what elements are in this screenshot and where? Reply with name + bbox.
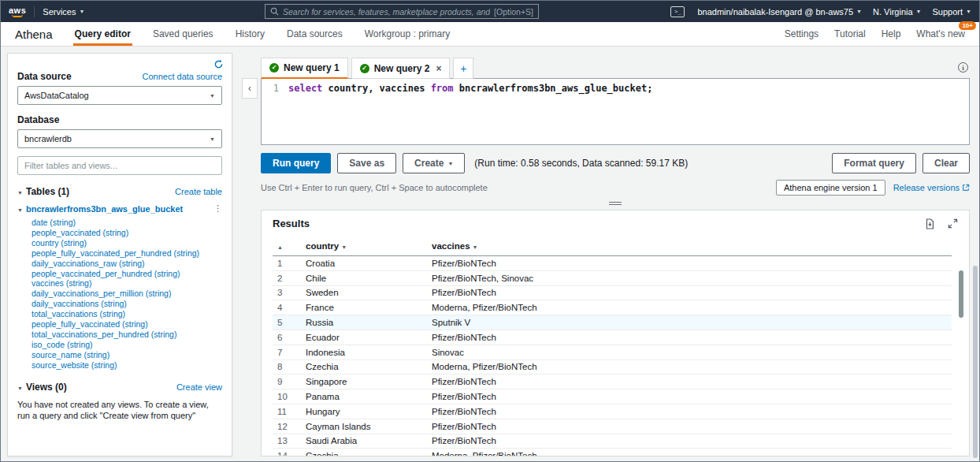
search-input[interactable] [283,7,490,17]
table-column-link[interactable]: daily_vaccinations_raw (string) [32,259,222,269]
vaccines-cell: Sputnik V [432,318,952,327]
table-options-icon[interactable]: ⋮ [213,203,222,214]
whats-new-link[interactable]: 10+ What's new [916,28,965,39]
country-cell: France [306,303,432,312]
global-search-bar[interactable]: [Option+S] [265,4,539,19]
table-column-link[interactable]: people_fully_vaccinated_per_hundred (str… [32,248,222,259]
result-row[interactable]: 1 Croatia Pfizer/BioNTech [273,256,952,271]
tutorial-link[interactable]: Tutorial [834,28,866,39]
app-nav-tab[interactable]: Query editor [73,22,132,46]
cloudshell-icon[interactable]: >_ [670,6,685,17]
settings-link[interactable]: Settings [785,28,819,39]
row-number-column-header[interactable]: ▲ [273,238,306,252]
app-nav-right: Settings Tutorial Help 10+ What's new [785,28,965,39]
views-empty-text: You have not created any views. To creat… [17,399,222,421]
refresh-icon[interactable] [213,58,224,73]
table-column-link[interactable]: source_name (string) [32,350,222,360]
app-nav-tab[interactable]: Workgroup : primary [363,22,451,46]
account-menu[interactable]: bnadmin/naibalak-Isengard @ bn-aws75 ▼ [697,7,862,17]
result-row[interactable]: 6 Ecuador Pfizer/BioNTech [273,330,952,345]
table-column-link[interactable]: date (string) [32,218,222,228]
data-source-select[interactable]: AwsDataCatalog ▼ [17,86,222,105]
create-table-link[interactable]: Create table [175,187,222,196]
create-view-link[interactable]: Create view [176,382,222,392]
content-area: Data source Connect data source AwsDataC… [1,47,979,462]
account-label: bnadmin/naibalak-Isengard @ bn-aws75 [697,7,853,17]
new-query-tab-button[interactable]: + [453,58,473,79]
format-query-button[interactable]: Format query [832,153,916,173]
help-link[interactable]: Help [882,28,901,39]
query-success-icon: ✓ [269,63,279,73]
table-column-link[interactable]: people_fully_vaccinated (string) [32,319,222,330]
save-as-button[interactable]: Save as [337,153,396,173]
search-shortcut: [Option+S] [494,7,533,17]
result-row[interactable]: 12 Cayman Islands Pfizer/BioNTech [273,419,952,434]
fullscreen-icon[interactable] [948,218,958,229]
table-column-link[interactable]: country (string) [32,238,222,248]
result-row[interactable]: 10 Panama Pfizer/BioNTech [273,389,952,404]
athena-console-window: aws Services ▼ [Option+S] >_ bnadmin/nai… [0,0,980,462]
vaccines-cell: Moderna, Pfizer/BioNTech [432,362,952,371]
country-cell: Saudi Arabia [306,436,432,445]
row-number-cell: 2 [273,274,306,283]
result-row[interactable]: 8 Czechia Moderna, Pfizer/BioNTech [273,360,952,375]
table-column-link[interactable]: people_vaccinated_per_hundred (string) [32,269,222,279]
close-tab-icon[interactable]: × [436,63,441,74]
vaccines-column-header[interactable]: vaccines▼ [432,238,952,252]
table-column-link[interactable]: daily_vaccinations (string) [32,299,222,309]
app-nav-tab[interactable]: Data sources [285,22,344,46]
athena-app-nav: Athena Query editorSaved queriesHistoryD… [1,22,979,47]
country-cell: Cayman Islands [306,422,432,431]
panel-splitter[interactable] [261,200,970,207]
create-button-label: Create [414,158,444,169]
result-row[interactable]: 9 Singapore Pfizer/BioNTech [273,374,952,389]
engine-version-badge[interactable]: Athena engine version 1 [776,180,885,196]
results-scrollbar[interactable] [959,270,963,318]
app-nav-tab[interactable]: History [234,22,266,46]
clear-button[interactable]: Clear [922,153,970,173]
run-query-button[interactable]: Run query [261,153,331,173]
filter-tables-input[interactable] [17,156,222,175]
result-row[interactable]: 4 France Moderna, Pfizer/BioNTech [273,300,952,315]
page-scrollbar-thumb[interactable] [973,266,978,458]
table-column-link[interactable]: vaccines (string) [32,278,222,289]
create-button[interactable]: Create ▼ [403,153,465,173]
sql-editor[interactable]: 1 select country, vaccines from bncrawle… [261,78,970,145]
result-row[interactable]: 5 Russia Sputnik V [273,315,952,330]
aws-logo[interactable]: aws [9,6,26,17]
download-results-icon[interactable] [925,218,935,229]
aws-smile-icon [12,14,23,17]
app-nav-tab[interactable]: Saved queries [151,22,215,46]
tables-section-toggle[interactable]: ▼Tables (1) [17,186,69,197]
views-section-toggle[interactable]: ▼Views (0) [17,382,67,393]
external-link-icon [962,184,970,192]
collapse-sidebar-button[interactable]: ‹ [242,78,258,99]
support-menu[interactable]: Support ▼ [933,7,971,17]
result-row[interactable]: 11 Hungary Pfizer/BioNTech [273,404,952,419]
table-column-link[interactable]: source_website (string) [32,360,222,371]
table-column-link[interactable]: iso_code (string) [32,340,222,350]
result-row[interactable]: 7 Indonesia Sinovac [273,345,952,360]
result-row[interactable]: 13 Saudi Arabia Pfizer/BioNTech [273,434,952,449]
table-name-link[interactable]: ▼bncrawlerfroms3bn_aws_glue_bucket [17,204,183,214]
country-column-header[interactable]: country▼ [306,238,432,252]
services-menu[interactable]: Services ▼ [43,7,84,17]
connect-data-source-link[interactable]: Connect data source [142,72,222,81]
row-number-cell: 4 [273,303,306,312]
result-row[interactable]: 14 Czechia Moderna, Pfizer/BioNTech [273,449,952,456]
result-row[interactable]: 2 Chile Pfizer/BioNTech, Sinovac [273,271,952,286]
region-menu[interactable]: N. Virginia ▼ [873,7,921,17]
result-row[interactable]: 3 Sweden Pfizer/BioNTech [273,286,952,301]
country-cell: Indonesia [306,348,432,357]
query-tab[interactable]: ✓ New query 2 × [351,58,451,79]
table-column-link[interactable]: daily_vaccinations_per_million (string) [32,289,222,299]
database-select[interactable]: bncrawlerdb ▼ [17,129,222,148]
query-tab[interactable]: ✓ New query 1 × [261,58,348,79]
table-column-link[interactable]: people_vaccinated (string) [32,228,222,238]
country-cell: Sweden [306,288,432,297]
release-versions-link[interactable]: Release versions [893,183,970,192]
page-scrollbar[interactable] [971,47,979,462]
table-column-link[interactable]: total_vaccinations (string) [32,309,222,319]
info-icon[interactable]: i [958,62,968,73]
table-column-link[interactable]: total_vaccinations_per_hundred (string) [32,330,222,340]
